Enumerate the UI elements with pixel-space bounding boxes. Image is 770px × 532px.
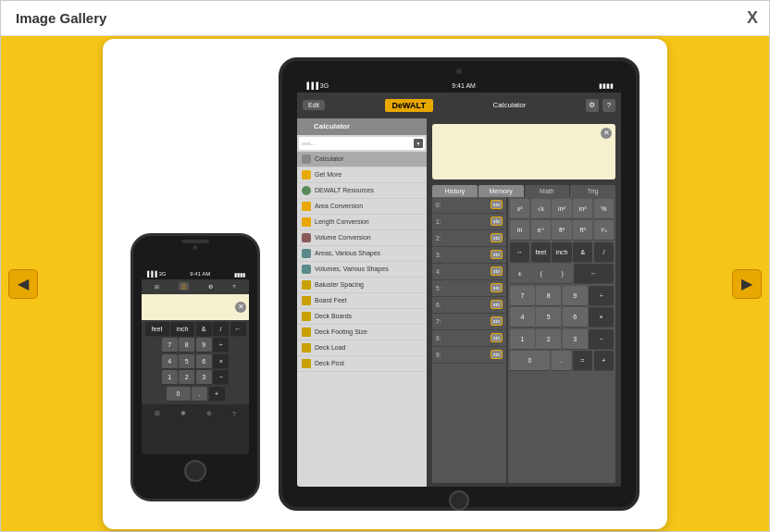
iphone-key-3[interactable]: 3	[196, 370, 212, 385]
iphone-key-feet[interactable]: feet	[145, 322, 169, 337]
math-key-1[interactable]: 1	[510, 329, 535, 350]
math-key-in3[interactable]: in³	[573, 199, 592, 219]
math-key-x2[interactable]: x²	[510, 199, 529, 219]
iphone-input-area[interactable]: ✕	[142, 294, 249, 320]
sidebar-item-volume-conv[interactable]: Volume Conversion	[297, 230, 427, 246]
math-key-rparen[interactable]: )	[553, 264, 573, 284]
math-key-convert[interactable]: ↔	[510, 242, 529, 263]
prev-arrow[interactable]: ◀	[8, 269, 38, 299]
math-key-8[interactable]: 8	[536, 286, 561, 306]
iphone-key-6[interactable]: 6	[196, 354, 212, 369]
math-key-pm[interactable]: ±	[510, 264, 530, 284]
tab-trig[interactable]: Trig	[570, 185, 615, 197]
iphone-home-button[interactable]	[184, 460, 206, 482]
sidebar-item-length-conv[interactable]: Length Conversion	[297, 215, 427, 230]
iphone-key-mul[interactable]: ×	[213, 354, 229, 369]
sto-btn-9[interactable]: sto	[491, 350, 503, 359]
sidebar-item-calculator[interactable]: Calculator	[297, 152, 427, 167]
sto-btn-7[interactable]: sto	[491, 316, 503, 326]
math-key-4[interactable]: 4	[510, 307, 535, 328]
math-key-ln[interactable]: ln	[510, 220, 529, 241]
math-key-2[interactable]: 2	[536, 329, 561, 350]
sidebar-item-deck-footing[interactable]: Deck Footing Size	[297, 325, 427, 340]
math-key-sqrt[interactable]: √x	[531, 199, 551, 219]
sto-btn-4[interactable]: sto	[491, 266, 503, 276]
math-key-amp[interactable]: &	[573, 242, 592, 263]
math-key-7[interactable]: 7	[510, 286, 535, 306]
ipad-home-button[interactable]	[449, 490, 469, 511]
math-key-sub[interactable]: −	[589, 329, 614, 350]
sidebar-search[interactable]: sea... ▼	[299, 137, 425, 150]
next-arrow[interactable]: ▶	[732, 269, 762, 299]
iphone-key-inch[interactable]: inch	[170, 322, 194, 337]
ipad-navbar: Edit DeWALT Calculator ⚙ ?	[297, 93, 621, 118]
math-key-pct[interactable]: %	[594, 199, 614, 219]
iphone-key-back[interactable]: ←	[230, 322, 246, 337]
math-key-slash[interactable]: /	[594, 242, 614, 263]
sidebar-item-areas-shapes[interactable]: Areas, Various Shapes	[297, 246, 427, 262]
sidebar-item-get-more[interactable]: Get More	[297, 167, 427, 183]
iphone-key-div[interactable]: ÷	[213, 338, 229, 353]
sto-btn-5[interactable]: sto	[491, 283, 503, 292]
sidebar-label-areas-shapes: Areas, Various Shapes	[315, 250, 380, 256]
tab-math[interactable]: Math	[525, 185, 570, 197]
math-key-mul[interactable]: ×	[589, 307, 614, 328]
sidebar-item-baluster[interactable]: Baluster Spacing	[297, 278, 427, 293]
math-key-dot[interactable]: .	[552, 351, 572, 371]
iphone-clear-btn[interactable]: ✕	[235, 302, 246, 313]
iphone-key-5[interactable]: 5	[179, 354, 194, 369]
sto-btn-2[interactable]: sto	[491, 233, 503, 242]
iphone-key-9[interactable]: 9	[196, 338, 212, 353]
math-key-0[interactable]: 0	[510, 351, 550, 371]
math-key-lparen[interactable]: (	[531, 264, 552, 284]
iphone-key-4[interactable]: 4	[162, 354, 178, 369]
iphone-key-1[interactable]: 1	[162, 370, 178, 385]
sto-btn-1[interactable]: sto	[491, 217, 503, 226]
sto-btn-6[interactable]: sto	[491, 300, 503, 309]
sidebar-item-board-feet[interactable]: Board Feet	[297, 293, 427, 309]
math-key-ft2[interactable]: ft²	[552, 220, 571, 241]
ipad-clear-display[interactable]: ✕	[601, 128, 612, 139]
math-key-inv[interactable]: ¹⁄ₓ	[594, 220, 614, 241]
sto-btn-0[interactable]: sto	[491, 200, 503, 209]
sidebar-filter-icon[interactable]: ▼	[414, 139, 423, 148]
sto-btn-8[interactable]: sto	[491, 333, 503, 342]
math-key-ex[interactable]: eˣ	[531, 220, 551, 241]
math-key-inch[interactable]: inch	[552, 242, 571, 263]
ipad-display: ✕	[432, 124, 615, 179]
iphone-key-amp[interactable]: &	[196, 322, 212, 337]
math-key-in2[interactable]: in²	[552, 199, 571, 219]
iphone-key-slash[interactable]: /	[213, 322, 229, 337]
sidebar-item-resources[interactable]: DEWALT Resources	[297, 183, 427, 199]
math-key-feet[interactable]: feet	[531, 242, 551, 263]
math-key-ft3[interactable]: ft³	[573, 220, 592, 241]
math-key-9[interactable]: 9	[563, 286, 588, 306]
ipad-content: Calculator sea... ▼ Calculator	[297, 118, 621, 487]
sto-btn-3[interactable]: sto	[491, 250, 503, 259]
ipad-help-icon[interactable]: ?	[602, 99, 615, 112]
close-button[interactable]: X	[747, 8, 758, 28]
ipad-gear-icon[interactable]: ⚙	[586, 99, 599, 112]
iphone-key-0[interactable]: 0	[167, 387, 191, 402]
iphone-key-7[interactable]: 7	[162, 338, 178, 353]
iphone-key-8[interactable]: 8	[179, 338, 194, 353]
iphone-key-sub[interactable]: −	[213, 370, 229, 385]
sidebar-item-volumes-shapes[interactable]: Volumes, Various Shapes	[297, 262, 427, 278]
tab-memory[interactable]: Memory	[478, 185, 524, 197]
ipad-edit-button[interactable]: Edit	[303, 100, 325, 110]
math-key-3[interactable]: 3	[563, 329, 588, 350]
sidebar-item-deck-boards[interactable]: Deck Boards	[297, 309, 427, 325]
sidebar-item-deck-post[interactable]: Deck Post	[297, 356, 427, 372]
iphone-key-add[interactable]: +	[209, 387, 225, 402]
sidebar-item-deck-load[interactable]: Deck Load	[297, 340, 427, 356]
math-key-5[interactable]: 5	[536, 307, 561, 328]
math-key-add[interactable]: +	[594, 351, 615, 371]
math-key-div[interactable]: ÷	[589, 286, 614, 306]
math-key-backspace[interactable]: ←	[574, 264, 614, 284]
tab-history[interactable]: History	[432, 185, 478, 197]
math-key-6[interactable]: 6	[563, 307, 588, 328]
iphone-key-dot[interactable]: .	[192, 387, 207, 402]
math-key-eq[interactable]: =	[573, 351, 593, 371]
iphone-key-2[interactable]: 2	[179, 370, 194, 385]
sidebar-item-area-conv[interactable]: Area Conversion	[297, 199, 427, 215]
